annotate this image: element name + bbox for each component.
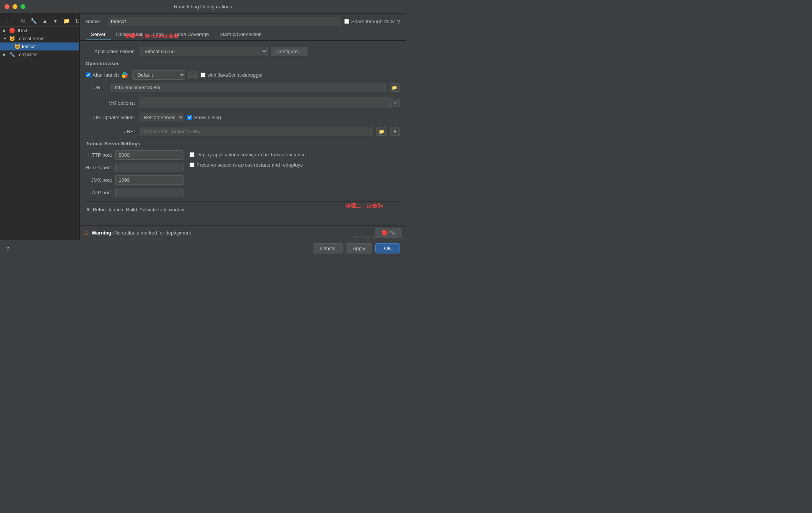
- apply-button[interactable]: Apply: [346, 243, 373, 253]
- tabs-bar: Server Deployment Logs Code Coverage Sta…: [80, 29, 406, 41]
- sidebar-item-junit-label: JUnit: [17, 28, 27, 33]
- sidebar-item-tomcat-label: tomcat: [22, 44, 36, 49]
- bottom-help-button[interactable]: ?: [6, 245, 9, 252]
- url-folder-button[interactable]: 📁: [389, 83, 400, 92]
- share-checkbox-label[interactable]: Share through VCS: [344, 19, 394, 24]
- warning-message: No artifacts marked for deployment: [114, 230, 191, 236]
- url-label: URL:: [93, 85, 108, 90]
- jre-input[interactable]: [139, 127, 373, 136]
- move-down-button[interactable]: ▼: [51, 17, 60, 25]
- browser-select[interactable]: Default: [132, 70, 185, 80]
- vm-options-label: VM options:: [86, 100, 139, 106]
- minimize-button[interactable]: [13, 4, 17, 9]
- before-launch-label: Before launch: Build, Activate tool wind…: [93, 207, 184, 212]
- ports-container: HTTP port: HTTPs port: JMX port: AJP por…: [86, 150, 400, 197]
- url-input[interactable]: [111, 83, 386, 92]
- on-update-row: On 'Update' action: Restart server Show …: [86, 113, 400, 122]
- help-button[interactable]: ?: [397, 19, 400, 25]
- maximize-button[interactable]: [20, 4, 25, 9]
- preserve-sessions-text: Preserve sessions across restarts and re…: [196, 162, 303, 168]
- ajp-port-input[interactable]: [115, 188, 183, 197]
- window-title: Run/Debug Configurations: [174, 4, 232, 9]
- tomcat-settings-section: Tomcat Server Settings HTTP port: HTTPs …: [86, 141, 400, 197]
- share-checkbox[interactable]: [344, 19, 349, 24]
- tomcat-settings-header: Tomcat Server Settings: [86, 141, 400, 146]
- bottom-buttons: Cancel Apply OK: [313, 243, 400, 253]
- tab-deployment[interactable]: Deployment: [111, 29, 147, 40]
- open-browser-section: Open browser After launch Default ...: [86, 61, 400, 92]
- vm-options-input[interactable]: [139, 98, 391, 108]
- vm-options-row: VM options: ⤢: [86, 98, 400, 108]
- tab-logs[interactable]: Logs: [148, 29, 169, 40]
- browser-more-button[interactable]: ...: [188, 71, 198, 79]
- before-launch-section: ▼ Before launch: Build, Activate tool wi…: [86, 205, 400, 214]
- preserve-sessions-checkbox[interactable]: [190, 162, 194, 167]
- http-port-label: HTTP port:: [86, 152, 112, 158]
- sidebar-item-templates-label: Templates: [17, 52, 38, 57]
- jre-dropdown-button[interactable]: ▼: [390, 127, 400, 136]
- copy-config-button[interactable]: ⧉: [20, 17, 27, 25]
- right-panel: 步骤一：给 tomcat 命名 Name: Share through VCS …: [80, 14, 406, 240]
- show-dialog-checkbox[interactable]: [187, 115, 192, 120]
- https-port-input[interactable]: [115, 163, 183, 172]
- app-server-row: Application server: Tomcat 8.5.50 Config…: [86, 47, 400, 56]
- add-config-button[interactable]: +: [3, 17, 9, 25]
- on-update-controls: Restart server Show dialog: [139, 113, 221, 122]
- tomcat-icon: 🐱: [14, 44, 20, 49]
- sidebar-item-templates[interactable]: ▶ 🔧 Templates: [0, 50, 79, 58]
- ok-button[interactable]: OK: [375, 243, 400, 253]
- before-launch-header[interactable]: ▼ Before launch: Build, Activate tool wi…: [86, 205, 400, 214]
- app-server-label: Application server:: [86, 49, 139, 54]
- sidebar-toolbar: + − ⧉ 🔧 ▲ ▼ 📁 ⇅: [0, 15, 79, 27]
- settings-button[interactable]: 🔧: [29, 17, 38, 25]
- junit-icon: 🔴: [9, 28, 15, 33]
- move-up-button[interactable]: ▲: [41, 17, 49, 25]
- collapse-arrow-icon: ▼: [86, 207, 91, 212]
- folder-button[interactable]: 📁: [62, 17, 71, 25]
- app-server-select[interactable]: Tomcat 8.5.50: [139, 47, 268, 56]
- close-button[interactable]: [5, 4, 9, 9]
- sidebar-item-junit[interactable]: ▶ 🔴 JUnit: [0, 27, 79, 35]
- jre-controls: 📁 ▼: [139, 127, 400, 136]
- tab-server[interactable]: Server: [86, 29, 111, 40]
- js-debugger-label[interactable]: with JavaScript debugger: [201, 72, 263, 78]
- on-update-select[interactable]: Restart server: [139, 113, 184, 122]
- share-label: Share through VCS: [351, 19, 394, 24]
- vm-options-expand-button[interactable]: ⤢: [391, 99, 400, 107]
- panel-body: Application server: Tomcat 8.5.50 Config…: [80, 41, 406, 224]
- configure-button[interactable]: Configure...: [271, 47, 307, 56]
- http-port-input[interactable]: [115, 150, 183, 160]
- after-launch-checkbox-label[interactable]: After launch: [86, 72, 119, 78]
- jre-folder-button[interactable]: 📁: [376, 127, 387, 136]
- titlebar: Run/Debug Configurations: [0, 0, 406, 14]
- deploy-checkbox[interactable]: [190, 152, 194, 157]
- tab-code-coverage[interactable]: Code Coverage: [169, 29, 214, 40]
- browser-row: After launch Default ... with JavaScript…: [86, 70, 400, 80]
- preserve-sessions-label[interactable]: Preserve sessions across restarts and re…: [190, 162, 306, 168]
- after-launch-checkbox[interactable]: [86, 72, 91, 77]
- arrow-icon: [8, 44, 14, 49]
- left-ports: HTTP port: HTTPs port: JMX port: AJP por…: [86, 150, 183, 197]
- fix-icon: 🔴: [381, 230, 387, 236]
- js-debugger-checkbox[interactable]: [201, 72, 205, 77]
- warning-strong: Warning:: [92, 230, 113, 236]
- warning-icon: ⚠: [83, 229, 89, 236]
- sidebar-item-tomcat-server-label: Tomcat Server: [17, 36, 46, 41]
- after-launch-label: After launch: [92, 72, 119, 78]
- open-browser-header: Open browser: [86, 61, 400, 66]
- show-dialog-text: Show dialog: [194, 115, 221, 120]
- main-window: Run/Debug Configurations + − ⧉ 🔧 ▲ ▼ 📁 ⇅…: [0, 0, 406, 256]
- bottom-bar: ? Cancel Apply OK: [0, 240, 406, 256]
- name-input[interactable]: [108, 17, 341, 26]
- remove-config-button[interactable]: −: [11, 17, 17, 25]
- sidebar-item-tomcat-server[interactable]: ▼ 🐱 Tomcat Server: [0, 35, 79, 42]
- deploy-checkbox-label[interactable]: Deploy applications configured in Tomcat…: [190, 152, 306, 157]
- cancel-button[interactable]: Cancel: [313, 243, 342, 253]
- sidebar: + − ⧉ 🔧 ▲ ▼ 📁 ⇅ ▶ 🔴 JUnit ▼ 🐱 Tomcat Ser…: [0, 14, 80, 240]
- sidebar-item-tomcat[interactable]: 🐱 tomcat: [0, 42, 79, 50]
- jmx-port-input[interactable]: [115, 175, 183, 185]
- tab-startup-connection[interactable]: Startup/Connection: [214, 29, 267, 40]
- show-dialog-label[interactable]: Show dialog: [187, 115, 221, 120]
- name-row: Name: Share through VCS ?: [80, 14, 406, 29]
- watermark: https://blog.csdn.net/qq_41347385: [352, 235, 404, 239]
